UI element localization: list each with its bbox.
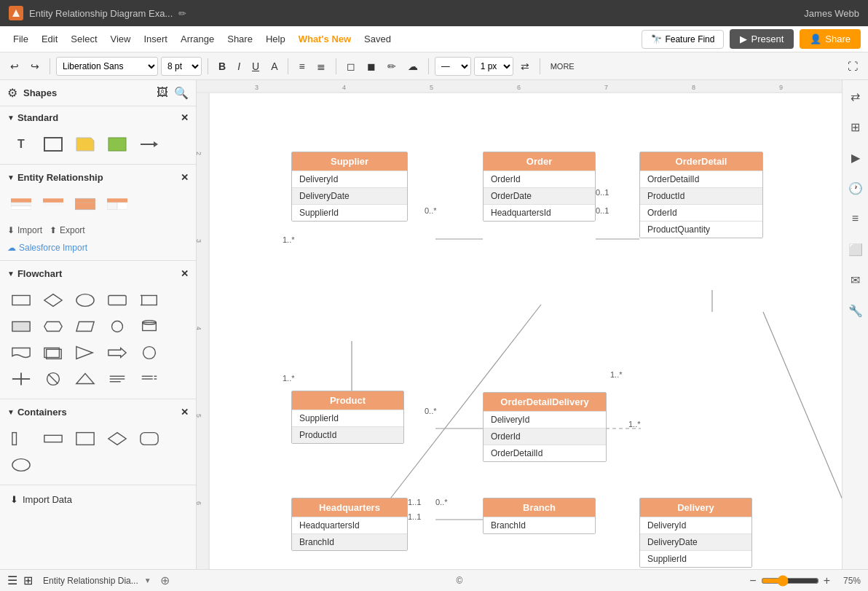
shadow-button[interactable]: ☁ [403,58,422,75]
menu-saved[interactable]: Saved [358,31,397,47]
right-panel-tools-icon[interactable]: 🔧 [845,300,866,321]
fullscreen-button[interactable]: ⛶ [843,58,862,75]
fc-oval[interactable] [71,289,99,311]
redo-button[interactable]: ↪ [26,58,44,75]
salesforce-import-button[interactable]: ☁ Salesforce Import [7,243,189,253]
menu-edit[interactable]: Edit [36,31,63,47]
green-rect-shape[interactable] [103,133,131,155]
cont-shape-1[interactable] [7,428,35,450]
canvas-area[interactable]: 3 4 5 6 7 8 9 2 3 4 5 6 [197,80,842,569]
import-data-row[interactable]: ⬇ Import Data [0,487,196,512]
section-flowchart[interactable]: ▼ Flowchart ✕ [0,262,196,285]
entity-headquarters[interactable]: Headquarters HeadquartersId BranchId [291,498,408,551]
note-shape[interactable] [71,133,99,155]
section-standard[interactable]: ▼ Standard ✕ [0,106,196,129]
menu-share[interactable]: Share [221,31,259,47]
fc-ban[interactable] [39,368,67,390]
right-panel-clock-icon[interactable]: 🕐 [845,178,866,198]
arrow-shape[interactable] [135,133,163,155]
menu-select[interactable]: Select [65,31,103,47]
bold-button[interactable]: B [214,58,230,75]
line-width-select[interactable]: 1 px [474,57,513,76]
menu-arrange[interactable]: Arrange [175,31,220,47]
canvas-content[interactable]: 1..1 0..1 0..1 0..* 1..* 0..* 1..* 1..* … [210,93,842,569]
menu-help[interactable]: Help [260,31,291,47]
grid-view-icon[interactable]: ⊞ [23,574,33,587]
stroke-color-button[interactable]: ✏ [383,58,401,75]
right-panel-comment-icon[interactable]: ✉ [845,270,866,290]
menu-insert[interactable]: Insert [138,31,173,47]
font-family-select[interactable]: Liberation Sans [56,57,158,76]
text-shape[interactable]: T [7,133,35,155]
fc-multi[interactable] [39,342,67,364]
cont-shape-5[interactable] [135,428,163,450]
entity-product[interactable]: Product SupplierId ProductId [291,391,404,444]
entity-orderdetaildelivery[interactable]: OrderDetailDelivery DeliveryId OrderId O… [483,392,607,462]
fc-cyl[interactable] [135,316,163,337]
fc-doc[interactable] [7,342,35,364]
fc-arrow2[interactable] [103,342,131,364]
right-panel-shape-icon[interactable]: ⬜ [845,239,866,259]
font-size-select[interactable]: 8 pt [161,57,202,76]
cont-shape-6[interactable] [7,454,35,476]
fc-rect5[interactable] [39,316,67,337]
close-flowchart-icon[interactable]: ✕ [181,268,189,279]
cont-shape-2[interactable] [39,428,67,450]
fc-hex[interactable] [103,316,131,337]
fill-color-button[interactable]: ◼ [363,58,380,75]
export-button[interactable]: ⬆ Export [50,225,85,235]
er-shape-1[interactable] [7,193,35,215]
entity-branch[interactable]: Branch BranchId [483,498,596,534]
image-icon[interactable]: 🖼 [157,86,168,100]
present-button[interactable]: ▶ Present [730,29,794,49]
share-button[interactable]: 👤 Share [800,29,861,49]
fc-circle[interactable] [135,342,163,364]
align-right-button[interactable]: ≣ [312,58,330,75]
rect-shape[interactable] [39,133,67,155]
cont-shape-3[interactable] [71,428,99,450]
zoom-out-button[interactable]: − [749,574,756,587]
cont-shape-4[interactable] [103,428,131,450]
import-button[interactable]: ⬇ Import [7,225,42,235]
close-standard-icon[interactable]: ✕ [181,112,189,123]
align-left-button[interactable]: ≡ [294,58,309,75]
er-shape-2[interactable] [39,193,67,215]
fc-list1[interactable] [103,368,131,390]
close-er-icon[interactable]: ✕ [181,172,189,183]
fc-para[interactable] [71,316,99,337]
entity-order[interactable]: Order OrderId OrderDate HeadquartersId [483,152,596,222]
er-shape-3[interactable] [71,193,99,215]
zoom-slider[interactable] [761,575,819,587]
fc-rect4[interactable] [7,316,35,337]
fc-rect2[interactable] [103,289,131,311]
entity-delivery[interactable]: Delivery DeliveryId DeliveryDate Supplie… [639,498,752,568]
er-shape-4[interactable] [103,193,131,215]
undo-button[interactable]: ↩ [6,58,23,75]
close-containers-icon[interactable]: ✕ [181,407,189,418]
add-diagram-button[interactable]: ⊕ [160,574,170,587]
line-style-select[interactable]: — [435,57,471,76]
fc-rect3[interactable] [135,289,163,311]
list-view-icon[interactable]: ☰ [7,574,17,587]
section-containers[interactable]: ▼ Containers ✕ [0,401,196,423]
underline-button[interactable]: U [248,58,264,75]
feature-find-button[interactable]: 🔭 Feature Find [642,30,724,49]
section-er[interactable]: ▼ Entity Relationship ✕ [0,166,196,189]
fc-rect[interactable] [7,289,35,311]
fc-list2[interactable] [135,368,163,390]
fc-flag[interactable] [71,342,99,364]
zoom-in-button[interactable]: + [824,574,830,587]
italic-button[interactable]: I [233,58,245,75]
right-panel-layers-icon[interactable]: ≡ [845,208,866,229]
right-panel-arrows-icon[interactable]: ⇄ [845,86,866,106]
search-icon[interactable]: 🔍 [174,86,189,100]
right-panel-grid-icon[interactable]: ⊞ [845,117,866,137]
edit-title-icon[interactable]: ✏ [178,8,186,19]
fc-diamond[interactable] [39,289,67,311]
menu-view[interactable]: View [105,31,137,47]
font-color-button[interactable]: A [267,58,282,75]
more-button[interactable]: MORE [546,59,579,74]
fill-button[interactable]: ◻ [342,58,360,75]
entity-orderdetail[interactable]: OrderDetail OrderDetailId ProductId Orde… [639,152,763,238]
entity-supplier[interactable]: Supplier DeliveryId DeliveryDate Supplie… [291,152,408,222]
